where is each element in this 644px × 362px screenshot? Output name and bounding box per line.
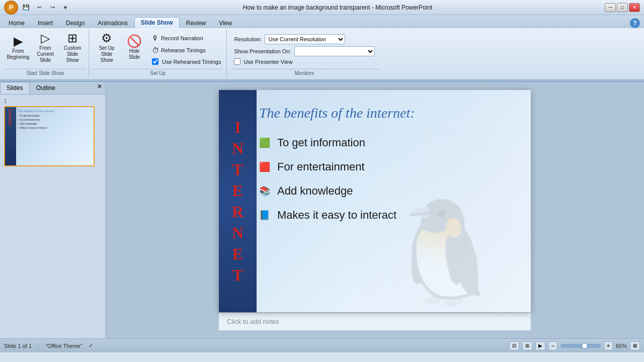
tab-review[interactable]: Review (180, 17, 212, 28)
rehearse-timings-label: Rehearse Timings (161, 47, 206, 53)
setup-slideshow-button[interactable]: ⚙ Set UpSlide Show (92, 31, 121, 64)
hide-slide-icon: 🚫 (127, 35, 142, 47)
custom-slideshow-button[interactable]: ⊞ CustomSlide Show (59, 31, 86, 64)
minimize-button[interactable]: ─ (605, 3, 616, 12)
hide-slide-button[interactable]: 🚫 HideSlide (122, 31, 146, 64)
letter-t2: T (232, 267, 243, 283)
zoom-slider[interactable] (560, 344, 601, 348)
office-button[interactable]: P (4, 1, 18, 15)
letter-t: T (232, 161, 243, 177)
tab-slides[interactable]: Slides (0, 82, 30, 94)
slide-panel: 1 INTERNET The benefits of the internet:… (0, 95, 105, 338)
tab-design[interactable]: Design (59, 17, 91, 28)
letter-n: N (232, 140, 244, 156)
show-on-row: Show Presentation On: (234, 46, 374, 56)
notes-area[interactable]: Click to add notes (219, 312, 531, 330)
maximize-button[interactable]: □ (617, 3, 628, 12)
resolution-row: Resolution: Use Current Resolution (234, 34, 374, 44)
letter-r: R (232, 204, 244, 220)
window-title: How to make an image background transpar… (70, 4, 605, 11)
use-rehearsed-button[interactable]: Use Rehearsed Timings (149, 57, 223, 66)
ribbon-content: ▶ FromBeginning ▷ FromCurrent Slide ⊞ Cu… (0, 28, 644, 79)
tab-row: Home Insert Design Animations Slide Show… (0, 15, 644, 28)
show-on-label: Show Presentation On: (234, 48, 291, 54)
slide-container[interactable]: I N T E R N E T The benefits of the inte… (219, 90, 531, 312)
undo-quick[interactable]: ↩ (34, 3, 44, 12)
use-rehearsed-label: Use Rehearsed Timings (162, 59, 221, 65)
presenter-view-row: Use Presenter View (234, 58, 374, 65)
help-button[interactable]: ? (630, 18, 640, 28)
thumb-letters: INTERNET (8, 109, 12, 127)
statusbar: Slide 1 of 1 | "Office Theme" ✓ ⊟ ⊞ ▶ − … (0, 338, 644, 352)
save-quick[interactable]: 💾 (21, 3, 31, 12)
start-slideshow-buttons: ▶ FromBeginning ▷ FromCurrent Slide ⊞ Cu… (5, 30, 86, 68)
setup-group: ⚙ Set UpSlide Show 🚫 HideSlide 🎙 Record … (89, 29, 227, 78)
redo-quick[interactable]: ↪ (47, 3, 57, 12)
from-current-slide-button[interactable]: ▷ FromCurrent Slide (32, 31, 58, 64)
fit-window-button[interactable]: ⊠ (630, 341, 640, 350)
letter-i: I (234, 119, 240, 135)
setup-label: Set Up (92, 69, 223, 77)
bullet-text-2: For entertainment (277, 160, 365, 173)
slide-number: 1 (4, 99, 101, 104)
tab-view[interactable]: View (212, 17, 238, 28)
slide-sorter-button[interactable]: ⊞ (522, 341, 532, 350)
thumb-item-1: □ To get information (18, 114, 93, 117)
penguins-decoration: 🐧 (360, 90, 531, 312)
thumb-item-4: □ Makes it easy to interact (18, 126, 93, 129)
monitors-inner: Resolution: Use Current Resolution Show … (230, 31, 378, 68)
record-narration-button[interactable]: 🎙 Record Narration (149, 33, 223, 44)
bullet-text-1: To get information (277, 136, 365, 149)
monitors-content: Resolution: Use Current Resolution Show … (230, 30, 378, 68)
start-slideshow-group: ▶ FromBeginning ▷ FromCurrent Slide ⊞ Cu… (2, 29, 89, 78)
close-button[interactable]: ✕ (629, 3, 640, 12)
thumb-bg: INTERNET The benefits of the internet: □… (5, 107, 94, 165)
zoom-thumb[interactable] (582, 343, 588, 349)
show-on-select[interactable] (294, 46, 375, 56)
resolution-label: Resolution: (234, 36, 262, 42)
tab-animations[interactable]: Animations (91, 17, 134, 28)
bullet-icon-3: 📚 (259, 186, 270, 197)
notes-placeholder: Click to add notes (227, 318, 279, 325)
tab-insert[interactable]: Insert (31, 17, 59, 28)
slide-thumbnail[interactable]: INTERNET The benefits of the internet: □… (4, 106, 95, 166)
letter-n2: N (232, 225, 244, 241)
from-beginning-button[interactable]: ▶ FromBeginning (5, 31, 31, 64)
slideshow-view-button[interactable]: ▶ (535, 341, 545, 350)
tab-slideshow[interactable]: Slide Show (134, 17, 180, 28)
ribbon: Home Insert Design Animations Slide Show… (0, 15, 644, 82)
use-rehearsed-checkbox[interactable] (152, 58, 158, 65)
presenter-view-label: Use Presenter View (244, 59, 292, 65)
from-current-icon: ▷ (41, 32, 50, 44)
setup-slideshow-icon: ⚙ (101, 32, 112, 44)
presenter-view-checkbox[interactable] (234, 58, 240, 65)
custom-label: CustomSlide Show (61, 45, 84, 63)
sidebar: Slides Outline ✕ 1 INTERNET The benefits… (0, 82, 106, 338)
internet-letters: I N T E R N E T (232, 119, 244, 283)
titlebar-left: P 💾 ↩ ↪ ▼ (4, 1, 70, 15)
record-narration-label: Record Narration (161, 35, 203, 41)
rehearse-timings-button[interactable]: ⏱ Rehearse Timings (149, 45, 223, 56)
setup-slideshow-label: Set UpSlide Show (94, 45, 119, 63)
sidebar-close-button[interactable]: ✕ (94, 82, 105, 94)
thumb-item-2: □ For entertainment (18, 118, 93, 121)
from-beginning-label: FromBeginning (7, 48, 29, 60)
setup-col: 🎙 Record Narration ⏱ Rehearse Timings Us… (149, 31, 223, 68)
theme-name: "Office Theme" (45, 343, 82, 349)
zoom-in-button[interactable]: + (604, 341, 613, 350)
from-current-label: FromCurrent Slide (34, 45, 56, 63)
zoom-out-button[interactable]: − (548, 341, 557, 350)
titlebar: P 💾 ↩ ↪ ▼ How to make an image backgroun… (0, 0, 644, 15)
zoom-level: 65% (616, 343, 627, 349)
normal-view-button[interactable]: ⊟ (509, 341, 519, 350)
setup-content: ⚙ Set UpSlide Show 🚫 HideSlide 🎙 Record … (92, 30, 223, 68)
tab-outline[interactable]: Outline (30, 82, 62, 94)
resolution-select[interactable]: Use Current Resolution (265, 34, 345, 44)
bullet-icon-1: 🟩 (259, 137, 270, 148)
status-right: ⊟ ⊞ ▶ − + 65% ⊠ (509, 341, 640, 350)
tab-home[interactable]: Home (2, 17, 31, 28)
hide-slide-label: HideSlide (129, 48, 140, 60)
customize-quick[interactable]: ▼ (60, 3, 70, 12)
slide-left-bar: I N T E R N E T (219, 90, 257, 312)
thumb-sidebar: INTERNET (5, 107, 16, 165)
